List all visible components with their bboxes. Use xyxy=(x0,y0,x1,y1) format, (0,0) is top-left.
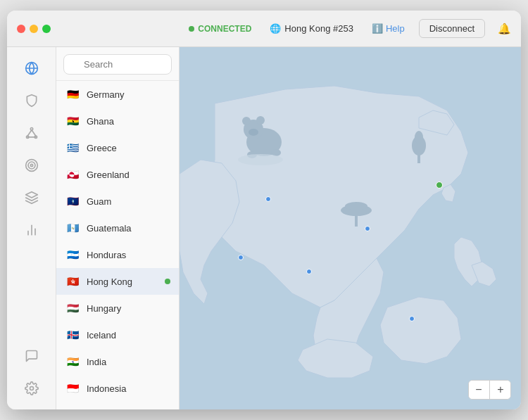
country-item[interactable]: 🇬🇺 Guam xyxy=(56,188,179,215)
country-flag: 🇮🇸 xyxy=(65,327,80,343)
sidebar-target-icon[interactable] xyxy=(20,154,43,177)
country-name: India xyxy=(87,357,106,367)
location-dot-3 xyxy=(306,269,312,274)
country-name: Indonesia xyxy=(87,383,126,394)
sidebar-layers-icon[interactable] xyxy=(20,186,43,209)
location-dot-5 xyxy=(409,316,415,322)
country-item[interactable]: 🇩🇪 Germany xyxy=(56,81,179,108)
svg-point-20 xyxy=(256,116,265,125)
country-item[interactable]: 🇮🇩 Indonesia xyxy=(56,375,179,402)
svg-point-15 xyxy=(30,387,33,390)
main-content: 🔍 🇩🇪 Germany 🇬🇭 Ghana 🇬🇷 Greece 🇬🇱 Green… xyxy=(7,47,521,409)
server-label: 🌐 Hong Kong #253 xyxy=(270,23,353,34)
svg-point-9 xyxy=(28,162,35,169)
maximize-button[interactable] xyxy=(42,25,51,33)
country-flag: 🇬🇺 xyxy=(65,193,80,209)
country-name: Greenland xyxy=(87,170,130,180)
country-name: Hungary xyxy=(87,303,121,314)
disconnect-button[interactable]: Disconnect xyxy=(419,19,485,38)
country-flag: 🇬🇷 xyxy=(65,140,80,155)
svg-point-24 xyxy=(238,154,283,165)
globe-icon: 🌐 xyxy=(270,23,281,34)
country-name: Ghana xyxy=(87,116,114,127)
svg-line-5 xyxy=(27,130,32,136)
sidebar-gear-icon[interactable] xyxy=(20,377,43,400)
country-item[interactable]: 🇮🇸 Iceland xyxy=(56,322,179,348)
help-icon: ℹ️ xyxy=(372,23,383,34)
connected-label: CONNECTED xyxy=(198,24,251,34)
location-dot-1 xyxy=(238,255,244,260)
sidebar-chart-icon[interactable] xyxy=(20,219,43,241)
country-flag: 🇭🇳 xyxy=(65,247,80,262)
connected-badge: CONNECTED xyxy=(189,24,251,34)
country-flag: 🇩🇪 xyxy=(65,87,80,102)
svg-point-30 xyxy=(345,202,367,210)
map-area: − + xyxy=(180,47,521,409)
country-item[interactable]: 🇭🇺 Hungary xyxy=(56,295,179,322)
sidebar-icons xyxy=(7,47,56,409)
titlebar: CONNECTED 🌐 Hong Kong #253 ℹ️ Help Disco… xyxy=(7,11,521,47)
country-name: Iceland xyxy=(87,330,116,341)
country-name: Hong Kong xyxy=(87,276,132,287)
country-item[interactable]: 🇬🇹 Guatemala xyxy=(56,215,179,241)
country-item[interactable]: 🇬🇭 Ghana xyxy=(56,108,179,134)
svg-point-19 xyxy=(242,117,251,125)
connected-dot xyxy=(189,26,194,32)
help-button[interactable]: ℹ️ Help xyxy=(372,23,405,34)
search-input[interactable] xyxy=(63,54,172,75)
country-item[interactable]: 🇬🇱 Greenland xyxy=(56,161,179,188)
country-item[interactable]: 🇭🇰 Hong Kong xyxy=(56,268,179,295)
active-location-dot xyxy=(436,182,443,189)
svg-point-27 xyxy=(415,131,423,144)
svg-line-6 xyxy=(32,130,36,136)
country-flag: 🇭🇰 xyxy=(65,274,80,289)
country-list: 🇩🇪 Germany 🇬🇭 Ghana 🇬🇷 Greece 🇬🇱 Greenla… xyxy=(56,81,179,409)
country-name: Guam xyxy=(87,196,111,207)
country-item[interactable]: 🇮🇳 India xyxy=(56,348,179,375)
sidebar-globe-icon[interactable] xyxy=(20,57,43,79)
help-label: Help xyxy=(386,23,405,34)
country-name: Germany xyxy=(87,89,124,100)
country-name: Guatemala xyxy=(87,223,132,234)
bell-icon[interactable]: 🔔 xyxy=(498,23,511,35)
sidebar-chat-icon[interactable] xyxy=(20,345,43,367)
sidebar-mesh-icon[interactable] xyxy=(20,122,43,144)
location-dot-2 xyxy=(265,196,271,202)
country-flag: 🇮🇩 xyxy=(65,381,80,396)
country-name: Honduras xyxy=(87,250,126,260)
zoom-controls: − + xyxy=(468,380,511,400)
country-list-panel: 🔍 🇩🇪 Germany 🇬🇭 Ghana 🇬🇷 Greece 🇬🇱 Green… xyxy=(56,47,180,409)
svg-marker-11 xyxy=(25,192,37,198)
map-svg xyxy=(180,47,521,409)
window-controls xyxy=(17,25,51,33)
svg-point-21 xyxy=(249,129,258,136)
country-item[interactable]: 🇬🇷 Greece xyxy=(56,134,179,161)
country-name: Greece xyxy=(87,143,117,153)
country-item[interactable]: 🇮🇪 Ireland xyxy=(56,402,179,409)
svg-point-10 xyxy=(30,164,32,166)
active-connection-dot xyxy=(165,279,170,284)
country-flag: 🇬🇱 xyxy=(65,167,80,182)
close-button[interactable] xyxy=(17,25,25,33)
server-name: Hong Kong #253 xyxy=(284,23,353,34)
zoom-in-button[interactable]: + xyxy=(491,381,510,399)
location-dot-4 xyxy=(365,226,370,231)
country-flag: 🇬🇹 xyxy=(65,220,80,236)
minimize-button[interactable] xyxy=(30,25,38,33)
country-flag: 🇬🇭 xyxy=(65,113,80,129)
search-bar: 🔍 xyxy=(56,47,179,81)
zoom-out-button[interactable]: − xyxy=(469,381,489,399)
country-item[interactable]: 🇭🇳 Honduras xyxy=(56,241,179,268)
country-flag: 🇭🇺 xyxy=(65,300,80,316)
country-flag: 🇮🇪 xyxy=(65,407,80,409)
sidebar-shield-icon[interactable] xyxy=(20,89,43,112)
app-window: CONNECTED 🌐 Hong Kong #253 ℹ️ Help Disco… xyxy=(7,11,521,409)
country-flag: 🇮🇳 xyxy=(65,354,80,369)
